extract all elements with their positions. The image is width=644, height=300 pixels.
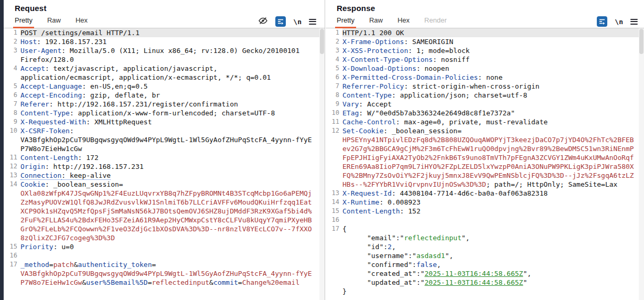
line-number: 5	[326, 64, 342, 73]
code-line: P7W8o7EieHw1cGw	[4, 144, 319, 153]
line-number	[4, 198, 20, 207]
line-number: 9	[4, 117, 20, 126]
line-number	[4, 216, 20, 224]
line-number	[4, 207, 20, 216]
line-number: 7	[326, 82, 342, 91]
code-line: "email":"reflectedinput",	[326, 233, 639, 242]
line-number: 17	[4, 260, 20, 269]
pretty-print-icon	[599, 18, 605, 25]
newline-icon[interactable]: \n	[293, 18, 302, 26]
menu-icon[interactable]	[309, 19, 316, 25]
scrollbar-thumb[interactable]	[639, 29, 643, 54]
tab-pretty[interactable]: Pretty	[337, 16, 355, 28]
line-number	[4, 144, 20, 153]
line-number	[326, 144, 342, 153]
request-toolbar: \n	[258, 16, 316, 27]
code-line: 8zQlixZCJFG7cogeg%3D%3D	[4, 233, 319, 242]
code-line: Firefox/128.0	[4, 55, 319, 64]
line-number: 3	[326, 46, 342, 55]
code-line: P7W8o7EieHw1cGw&user%5Bemail%5D=reflecte…	[4, 278, 319, 287]
code-line: "confirmed":false,	[326, 260, 639, 269]
tab-pretty[interactable]: Pretty	[15, 16, 33, 28]
response-panel: Response Pretty Raw Hex Render \n 1HTTP/…	[326, 0, 644, 300]
line-number	[4, 73, 20, 82]
tab-hex[interactable]: Hex	[76, 16, 88, 28]
code-line: 15Content-Length: 152	[326, 207, 639, 216]
line-number	[326, 162, 342, 171]
request-title: Request	[15, 4, 47, 13]
code-line: 1HTTP/1.1 200 OK	[326, 28, 639, 37]
newline-icon[interactable]: \n	[615, 18, 623, 26]
line-number: 14	[4, 180, 20, 189]
line-number: 11	[326, 117, 342, 126]
code-line: 13Connection: keep-alive	[4, 171, 319, 180]
code-line: HPSEYny41NTpivlEDzFq8d%2B808UZQOuqAWOPYj…	[326, 135, 639, 144]
request-editor[interactable]: 1POST /settings/email HTTP/1.12Host: 192…	[4, 28, 319, 300]
line-number: 13	[4, 171, 20, 180]
code-line: 16	[326, 216, 639, 224]
code-line: 14X-Runtime: 0.008923	[326, 198, 639, 207]
code-line: 4Accept: text/javascript, application/ja…	[4, 64, 319, 73]
code-line: }	[326, 287, 639, 296]
line-number	[4, 278, 20, 287]
code-line: 13X-Request-Id: 44308104-7714-4d6c-ba0a-…	[326, 189, 639, 198]
response-scrollbar[interactable]	[639, 28, 644, 300]
code-line: 7Referrer-Policy: strict-origin-when-cro…	[326, 82, 639, 91]
line-number	[326, 251, 342, 260]
code-line: 8Content-Type: application/json; charset…	[326, 91, 639, 100]
code-line: 4X-Content-Type-Options: nosniff	[326, 55, 639, 64]
tab-raw[interactable]: Raw	[369, 16, 383, 28]
pretty-print-icon	[277, 18, 284, 25]
line-number	[4, 189, 20, 198]
code-line: 2X-Frame-Options: SAMEORIGIN	[326, 37, 639, 46]
code-line: "created_at":"2025-11-03T16:44:58.665Z",	[326, 269, 639, 278]
line-number: 9	[326, 100, 342, 109]
code-line: 2FuF%2FLLAS4u%2BdxFEHo3SFZeiA61R9Aep2HyC…	[4, 216, 319, 224]
pretty-print-button[interactable]	[275, 16, 286, 27]
line-number: 12	[326, 126, 342, 135]
line-number: 1	[4, 28, 20, 37]
line-number: 6	[4, 91, 20, 100]
line-number	[326, 287, 342, 296]
code-line: VA3BfgkhOp2pCuT9UBgqwsgyqOWd9w4PYpL9WgtL…	[4, 269, 319, 278]
line-number: 8	[326, 91, 342, 100]
line-number	[326, 278, 342, 287]
scrollbar-thumb[interactable]	[320, 29, 324, 54]
response-tab-bar: Pretty Raw Hex Render	[326, 15, 644, 28]
left-edge-strip	[0, 0, 4, 300]
code-line: "updated_at":"2025-11-03T16:44:58.665Z"	[326, 278, 639, 287]
line-number: 5	[4, 82, 20, 91]
line-number: 14	[326, 198, 342, 207]
tab-hex[interactable]: Hex	[398, 16, 410, 28]
code-line: 10X-CSRF-Token:	[4, 126, 319, 135]
tab-raw[interactable]: Raw	[47, 16, 61, 28]
line-number	[4, 135, 20, 144]
code-line: application/ecmascript, application/x-ec…	[4, 73, 319, 82]
line-number: 7	[4, 100, 20, 109]
line-number: 8	[4, 109, 20, 117]
pretty-print-button[interactable]	[597, 16, 607, 27]
code-line: 10ETag: W/"0e0d5b7ab336324e2649d8c8f1e73…	[326, 109, 639, 117]
request-scrollbar[interactable]	[319, 28, 325, 300]
code-line: HBs--%2FYYbR1VviQrvpnvIUjnOSw%3D%3D; pat…	[326, 180, 639, 189]
line-number: 2	[326, 37, 342, 46]
line-number: 1	[326, 28, 342, 37]
line-number: 16	[326, 216, 342, 224]
code-line: 6Accept-Encoding: gzip, deflate, br	[4, 91, 319, 100]
line-number: 10	[326, 109, 342, 117]
code-line: FpEPJHIigFyiAXA2TyOb2%2FnkB6Ts9uno8TmVTh…	[326, 153, 639, 162]
line-number: 3	[4, 46, 20, 55]
code-line: 5Accept-Language: en-US,en;q=0.5	[4, 82, 319, 91]
code-line: EREn69Aa8IioP7qm9L7iHYO%2FZpLZELD5lxYwzp…	[326, 162, 639, 171]
code-line: 6X-Permitted-Cross-Domain-Policies: none	[326, 73, 639, 82]
menu-icon[interactable]	[630, 19, 638, 25]
tab-render[interactable]: Render	[424, 16, 447, 28]
line-number	[4, 55, 20, 64]
line-number: 11	[4, 153, 20, 162]
line-number: 2	[4, 37, 20, 46]
eye-slash-icon[interactable]	[258, 16, 268, 28]
code-line: 9X-Requested-With: XMLHttpRequest	[4, 117, 319, 126]
code-line: 12Origin: http://192.168.157.231	[4, 162, 319, 171]
line-number	[4, 269, 20, 278]
response-editor[interactable]: 1HTTP/1.1 200 OK2X-Frame-Options: SAMEOR…	[326, 28, 639, 300]
